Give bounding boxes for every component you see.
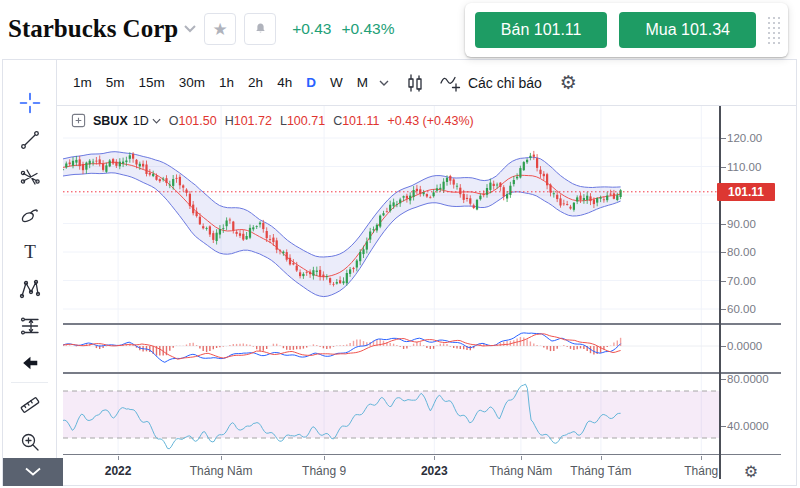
time-tick-mark	[118, 456, 119, 460]
time-axis-settings-button[interactable]: ⚙	[739, 460, 763, 484]
time-tick: Tháng Năm	[190, 464, 253, 478]
change-absolute: +0.43	[292, 20, 331, 38]
interval-30m[interactable]: 30m	[174, 72, 210, 93]
indicator-tick: 80.0000	[727, 373, 769, 385]
chart-toolbar: 1m5m15m30m1h2h4hDWM Các chỉ báo ⚙	[56, 60, 796, 106]
favorite-star-button[interactable]: ★	[204, 13, 236, 45]
collapse-toolbar-button[interactable]	[3, 458, 63, 486]
chart-style-candles-icon[interactable]	[405, 73, 425, 93]
legend-symbol: SBUX	[93, 114, 128, 128]
trade-panel: Bán 101.11 Mua 101.34	[465, 3, 788, 57]
price-tick: 90.00	[727, 218, 756, 230]
tool-long-short-position[interactable]	[16, 312, 44, 340]
price-tick: 80.00	[727, 246, 756, 258]
interval-15m[interactable]: 15m	[134, 72, 170, 93]
time-tick-mark	[521, 456, 522, 460]
legend-h: H101.72	[225, 114, 272, 128]
interval-4h[interactable]: 4h	[272, 72, 297, 93]
legend-c: C101.11	[333, 114, 379, 128]
chart-settings-button[interactable]: ⚙	[560, 73, 577, 92]
tool-arrow-left[interactable]	[16, 349, 44, 377]
legend-change: +0.43 (+0.43%)	[387, 114, 473, 128]
interval-2h[interactable]: 2h	[243, 72, 268, 93]
plus-square-icon	[71, 113, 86, 128]
time-axis-border	[63, 454, 781, 455]
legend-caret-icon[interactable]	[152, 118, 161, 124]
time-tick: 2022	[105, 464, 132, 478]
tool-trend-line[interactable]	[16, 126, 44, 154]
tool-fib-tools[interactable]	[16, 163, 44, 191]
crosshair-icon	[18, 91, 42, 115]
price-tick: 120.00	[727, 132, 762, 144]
time-tick-mark	[601, 456, 602, 460]
zoom-in-icon	[19, 431, 41, 453]
interval-W[interactable]: W	[325, 72, 348, 93]
arrow-left-icon	[20, 353, 40, 373]
interval-5m[interactable]: 5m	[101, 72, 130, 93]
time-tick-mark	[434, 456, 435, 460]
tool-text[interactable]: T	[16, 238, 44, 266]
interval-1m[interactable]: 1m	[68, 72, 97, 93]
interval-D[interactable]: D	[301, 72, 321, 93]
alert-bell-button[interactable]	[244, 13, 276, 45]
time-tick: Tháng Năm	[490, 464, 553, 478]
interval-M[interactable]: M	[352, 72, 373, 93]
interval-1h[interactable]: 1h	[214, 72, 239, 93]
interval-more-caret-icon[interactable]	[379, 80, 389, 86]
price-tick: 60.00	[727, 303, 756, 315]
time-tick: Tháng 9	[302, 464, 346, 478]
tool-crosshair[interactable]	[16, 89, 44, 117]
tool-xabcd-pattern[interactable]	[16, 275, 44, 303]
time-tick-mark	[221, 456, 222, 460]
indicators-button[interactable]: Các chỉ báo	[439, 73, 542, 93]
gear-icon: ⚙	[744, 464, 758, 480]
legend-l: L100.71	[280, 114, 325, 128]
star-icon: ★	[213, 21, 228, 38]
last-price-tag: 101.11	[717, 183, 775, 201]
time-tick: 2023	[421, 464, 448, 478]
change-percent: +0.43%	[341, 20, 394, 38]
time-axis[interactable]: 2022Tháng NămTháng 92023Tháng NămTháng T…	[63, 456, 719, 486]
page-title: Starbucks Corp	[8, 15, 178, 43]
position-tool-icon	[19, 315, 41, 337]
chart-widget: 1m5m15m30m1h2h4hDWM Các chỉ báo ⚙ T	[2, 59, 797, 486]
indicator-tick: 0.0000	[727, 340, 762, 352]
buy-button[interactable]: Mua 101.34	[619, 12, 756, 48]
time-tick-mark	[324, 456, 325, 460]
pane-separator-macd[interactable]	[63, 323, 781, 325]
drag-handle[interactable]	[768, 17, 780, 44]
chevron-down-icon	[24, 467, 42, 477]
title-dropdown-caret-icon[interactable]	[184, 25, 196, 33]
legend-o: O101.50	[169, 114, 217, 128]
indicators-wave-icon	[439, 73, 461, 93]
time-tick: Tháng Tám	[570, 464, 631, 478]
symbol-legend[interactable]: SBUX 1D O101.50H101.72L100.71C101.11 +0.…	[71, 113, 474, 128]
bell-icon	[253, 21, 268, 37]
tools-divider	[11, 382, 48, 383]
price-tick: 110.00	[727, 161, 761, 173]
time-tick: Tháng	[684, 464, 718, 478]
tool-zoom-in[interactable]	[16, 428, 44, 456]
time-tick-mark	[701, 456, 702, 460]
indicators-label: Các chỉ báo	[468, 75, 542, 91]
chart-canvas[interactable]	[63, 106, 719, 456]
drawing-toolbar: T	[3, 60, 57, 485]
xabcd-pattern-icon	[19, 278, 41, 300]
trend-line-icon	[19, 129, 41, 151]
tool-ruler[interactable]	[16, 391, 44, 419]
gear-icon: ⚙	[560, 73, 577, 92]
price-axis-line	[719, 106, 721, 479]
price-tick: 70.00	[727, 275, 756, 287]
pane-separator-rsi[interactable]	[63, 372, 781, 374]
fib-lines-icon	[19, 166, 41, 188]
ruler-icon	[18, 393, 42, 417]
text-tool-icon: T	[24, 241, 36, 263]
indicator-tick: 40.0000	[727, 420, 769, 432]
sell-button[interactable]: Bán 101.11	[475, 12, 608, 48]
legend-interval: 1D	[133, 114, 149, 128]
tool-brush[interactable]	[16, 201, 44, 229]
interval-group: 1m5m15m30m1h2h4hDWM	[68, 72, 377, 93]
brush-icon	[19, 204, 41, 226]
legend-ohlc: O101.50H101.72L100.71C101.11	[161, 114, 380, 128]
